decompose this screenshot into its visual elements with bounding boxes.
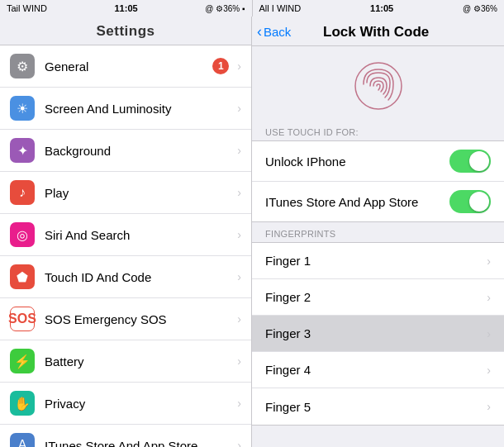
finger3-label: Finger 3 [265,326,487,340]
chevron-right-icon: › [487,364,491,377]
chevron-right-icon: › [237,59,241,73]
settings-panel: Settings ⚙General1›☀Screen And Luminosit… [0,17,252,447]
settings-title: Settings [96,23,155,39]
background-icon: ✦ [10,138,35,163]
general-badge: 1 [212,58,229,74]
chevron-right-icon: › [237,354,241,368]
sos-icon: SOS [10,307,35,331]
chevron-right-icon: › [237,102,241,115]
sos-label: SOS Emergency SOS [45,312,234,326]
fingerprint-row-finger2[interactable]: Finger 2› [252,279,504,316]
settings-list: ⚙General1›☀Screen And Luminosity›✦Backgr… [0,45,251,447]
settings-item-general[interactable]: ⚙General1› [0,45,251,88]
chevron-right-icon: › [487,291,491,304]
use-touch-id-label: USE TOUCH ID FOR: [252,122,504,140]
chevron-right-icon: › [237,144,241,157]
settings-item-screen[interactable]: ☀Screen And Luminosity› [0,88,251,130]
right-time: 11:05 [370,3,393,13]
chevron-right-icon: › [487,327,491,340]
fingerprint-row-finger3[interactable]: Finger 3› [252,316,504,352]
finger4-label: Finger 4 [265,363,487,377]
chevron-right-icon: › [237,312,241,326]
settings-item-touchid[interactable]: ⬟Touch ID And Code› [0,256,251,298]
fingerprint-list: Finger 1›Finger 2›Finger 3›Finger 4›Fing… [252,242,504,426]
fingerprints-label: FINGERPRINTS [252,222,504,242]
toggle-item-unlock[interactable]: Unlock IPhone [252,141,504,182]
general-label: General [45,59,212,74]
fingerprint-area [252,46,504,122]
settings-item-battery[interactable]: ⚡Battery› [0,340,251,383]
settings-item-itunes[interactable]: AITunes Store And App Store› [0,425,251,447]
chevron-right-icon: › [237,270,241,283]
itunes-toggle-switch[interactable] [449,190,491,213]
siri-label: Siri And Search [45,228,234,242]
left-status-icons: @ ⚙36% ▪ [205,4,245,13]
left-status-bar: Tail WIND 11:05 @ ⚙36% ▪ [0,0,252,17]
touchid-label: Touch ID And Code [45,270,234,284]
fingerprint-icon [354,61,403,111]
right-carrier: All I WIND [259,3,302,13]
itunes-icon: A [10,433,35,447]
touchid-panel: ‹ Back Lock With Code USE TOUCH ID FOR: … [252,17,504,447]
back-chevron-icon: ‹ [257,23,262,40]
touchid-header: ‹ Back Lock With Code [252,17,504,46]
touchid-title: Lock With Code [291,24,461,40]
toggle-item-itunes[interactable]: ITunes Store And App Store [252,182,504,221]
chevron-right-icon: › [237,228,241,241]
screen-icon: ☀ [10,96,35,121]
privacy-icon: ✋ [10,391,35,416]
chevron-right-icon: › [237,397,241,410]
fingerprint-row-finger1[interactable]: Finger 1› [252,243,504,279]
play-label: Play [45,186,234,200]
battery-label: Battery [45,354,234,369]
fingerprint-row-finger4[interactable]: Finger 4› [252,352,504,388]
right-status-icons: @ ⚙36% [463,4,497,13]
unlock-toggle-label: Unlock IPhone [265,155,449,169]
chevron-right-icon: › [237,439,241,447]
siri-icon: ◎ [10,222,35,247]
finger2-label: Finger 2 [265,290,487,304]
settings-item-background[interactable]: ✦Background› [0,130,251,172]
chevron-right-icon: › [237,186,241,199]
left-carrier: Tail WIND [7,3,47,13]
chevron-right-icon: › [487,400,491,413]
settings-item-play[interactable]: ♪Play› [0,172,251,214]
left-time: 11:05 [114,3,137,13]
itunes-label: ITunes Store And App Store [45,439,234,448]
fingerprint-row-finger5[interactable]: Finger 5› [252,388,504,425]
battery-icon: ⚡ [10,349,35,373]
finger1-label: Finger 1 [265,254,487,268]
privacy-label: Privacy [45,397,234,411]
back-label: Back [264,25,291,39]
settings-item-siri[interactable]: ◎Siri And Search› [0,214,251,256]
background-label: Background [45,144,234,158]
unlock-toggle-switch[interactable] [449,150,491,173]
itunes-toggle-label: ITunes Store And App Store [265,195,449,209]
back-button[interactable]: ‹ Back [257,23,291,40]
screen-label: Screen And Luminosity [45,102,234,116]
chevron-right-icon: › [487,254,491,268]
touchid-icon: ⬟ [10,264,35,289]
general-icon: ⚙ [10,54,35,78]
settings-header: Settings [0,17,251,45]
settings-item-sos[interactable]: SOSSOS Emergency SOS› [0,298,251,340]
toggle-list: Unlock IPhoneITunes Store And App Store [252,140,504,222]
finger5-label: Finger 5 [265,400,487,414]
settings-item-privacy[interactable]: ✋Privacy› [0,383,251,425]
play-icon: ♪ [10,180,35,205]
right-status-bar: All I WIND 11:05 @ ⚙36% [253,0,505,17]
